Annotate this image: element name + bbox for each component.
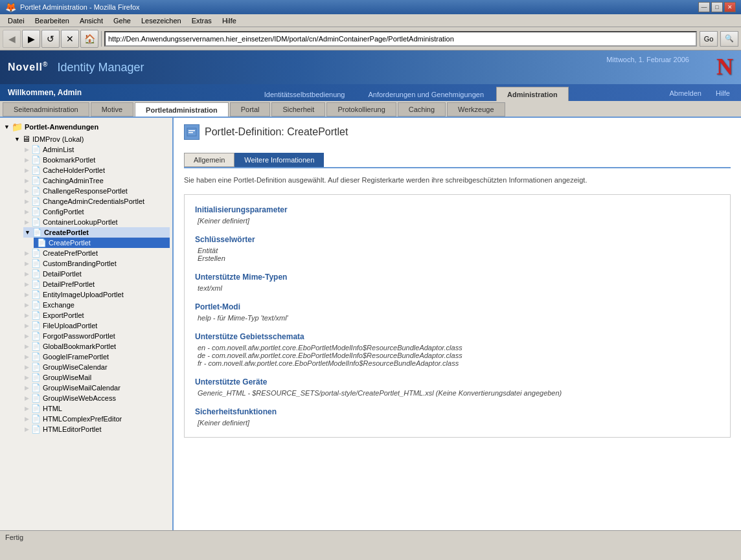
- tree-cacheholderportlet[interactable]: ▶ 📄 CacheHolderPortlet: [23, 165, 170, 175]
- menu-ansicht[interactable]: Ansicht: [74, 16, 108, 26]
- tree-googleiframe[interactable]: ▶ 📄 GoogleIFramePortlet: [23, 352, 170, 362]
- tree-bookmarkportlet[interactable]: ▶ 📄 BookmarkPortlet: [23, 155, 170, 165]
- adminlist-label: AdminList: [43, 146, 74, 153]
- forward-button[interactable]: ▶: [22, 30, 40, 48]
- main-nav: Identitätsselbstbedienung Anforderungen …: [155, 84, 666, 101]
- subtab-portal[interactable]: Portal: [230, 102, 271, 117]
- tree-changeadmin[interactable]: ▶ 📄 ChangeAdminCredentialsPortlet: [23, 196, 170, 207]
- tree-fileuploadportlet[interactable]: ▶ 📄 FileUploadPortlet: [23, 320, 170, 331]
- cacheholder-label: CacheHolderPortlet: [43, 166, 105, 174]
- tree-createportlet-child-container: 📄 CreatePortlet: [23, 238, 170, 248]
- tab-requests[interactable]: Anforderungen und Genehmigungen: [357, 87, 495, 101]
- googleiframe-icon: 📄: [31, 352, 41, 361]
- tree-groupwisemail[interactable]: ▶ 📄 GroupWiseMail: [23, 372, 170, 383]
- menu-datei[interactable]: Datei: [3, 16, 30, 26]
- googleiframe-toggle: ▶: [25, 353, 29, 360]
- inner-tab-more-info[interactable]: Weitere Informationen: [234, 153, 324, 167]
- close-button[interactable]: ✕: [724, 2, 736, 12]
- configportlet-label: ConfigPortlet: [43, 208, 84, 216]
- createportlet-child-icon: 📄: [37, 238, 47, 247]
- subtab-motives[interactable]: Motive: [91, 102, 133, 117]
- tree-containerlookup[interactable]: ▶ 📄 ContainerLookupPortlet: [23, 217, 170, 227]
- url-bar: [104, 31, 697, 47]
- go-button[interactable]: Go: [700, 31, 718, 47]
- subtab-portlet-admin[interactable]: Portletadministration: [135, 102, 229, 117]
- subtab-page-admin[interactable]: Seitenadministration: [3, 102, 89, 117]
- configportlet-icon: 📄: [31, 207, 41, 216]
- challenge-icon: 📄: [31, 186, 41, 196]
- tab-administration[interactable]: Administration: [496, 87, 569, 101]
- menu-bar: Datei Bearbeiten Ansicht Gehe Lesezeiche…: [0, 14, 741, 27]
- tree-globalbookmark[interactable]: ▶ 📄 GlobalBookmarkPortlet: [23, 341, 170, 352]
- maximize-button[interactable]: □: [711, 2, 723, 12]
- subtab-caching[interactable]: Caching: [398, 102, 446, 117]
- gwmail-label: GroupWiseMail: [43, 374, 91, 381]
- tree-groupwisecalendar[interactable]: ▶ 📄 GroupWiseCalendar: [23, 362, 170, 372]
- cachingtree-label: CachingAdminTree: [43, 177, 104, 185]
- status-text: Fertig: [5, 533, 23, 541]
- fileupload-label: FileUploadPortlet: [43, 322, 97, 330]
- back-button[interactable]: ◀: [3, 30, 21, 48]
- gwcalendar-icon: 📄: [31, 363, 41, 372]
- tree-createprefportlet[interactable]: ▶ 📄 CreatePrefPortlet: [23, 248, 170, 258]
- gwmailcal-toggle: ▶: [25, 385, 29, 391]
- subtab-logging[interactable]: Protokollierung: [326, 102, 396, 117]
- tree-detailprefportlet[interactable]: ▶ 📄 DetailPrefPortlet: [23, 279, 170, 289]
- tree-entityimageupload[interactable]: ▶ 📄 EntityImageUploadPortlet: [23, 289, 170, 300]
- tree-custombrandingportlet[interactable]: ▶ 📄 CustomBrandingPortlet: [23, 258, 170, 269]
- menu-bearbeiten[interactable]: Bearbeiten: [30, 16, 74, 26]
- stop-button[interactable]: ✕: [61, 30, 79, 48]
- tree-root[interactable]: ▼ 📁 Portlet-Anwendungen: [3, 120, 170, 133]
- htmleditor-icon: 📄: [31, 425, 41, 434]
- tab-help[interactable]: Hilfe: [712, 85, 733, 100]
- tree-detailportlet[interactable]: ▶ 📄 DetailPortlet: [23, 269, 170, 279]
- reload-button[interactable]: ↺: [41, 30, 60, 48]
- subtab-tools[interactable]: Werkzeuge: [447, 102, 505, 117]
- tree-exportportlet[interactable]: ▶ 📄 ExportPortlet: [23, 310, 170, 320]
- gwmail-toggle: ▶: [25, 374, 29, 381]
- tree-html[interactable]: ▶ 📄 HTML: [23, 403, 170, 414]
- menu-hilfe[interactable]: Hilfe: [217, 16, 242, 26]
- tree-configportlet[interactable]: ▶ 📄 ConfigPortlet: [23, 207, 170, 217]
- home-button[interactable]: 🏠: [80, 30, 98, 48]
- html-icon: 📄: [31, 404, 41, 413]
- tree-exchange[interactable]: ▶ 📄 Exchange: [23, 300, 170, 310]
- tree-idmprov[interactable]: ▼ 🖥 IDMProv (Lokal): [13, 133, 170, 144]
- idmprov-toggle: ▼: [14, 136, 20, 142]
- section-title-portlet-modes: Portlet-Modi: [195, 302, 720, 311]
- createpref-icon: 📄: [31, 249, 41, 258]
- menu-gehe[interactable]: Gehe: [108, 16, 136, 26]
- tree-groupwisemailcalendar[interactable]: ▶ 📄 GroupWiseMailCalendar: [23, 383, 170, 393]
- inner-tab-general[interactable]: Allgemein: [184, 153, 234, 167]
- html-label: HTML: [43, 405, 62, 412]
- section-title-geo-schemas: Unterstütze Gebietsschemata: [195, 332, 720, 341]
- tab-logout[interactable]: Abmelden: [666, 85, 705, 100]
- tree-htmlcomplexpref[interactable]: ▶ 📄 HTMLComplexPrefEditor: [23, 414, 170, 424]
- custombranding-label: CustomBrandingPortlet: [43, 260, 117, 267]
- tree-challengeresponse[interactable]: ▶ 📄 ChallengeResponsePortlet: [23, 186, 170, 196]
- search-button[interactable]: 🔍: [720, 31, 738, 47]
- entityimage-label: EntityImageUploadPortlet: [43, 291, 124, 298]
- cachingtree-toggle: ▶: [25, 177, 29, 184]
- exportportlet-icon: 📄: [31, 311, 41, 320]
- forgotpassword-label: ForgotPasswordPortlet: [43, 332, 115, 340]
- browser-titlebar: 🦊 Portlet Administration - Mozilla Firef…: [0, 0, 741, 14]
- tree-createportlet-parent[interactable]: ▼ 📄 CreatePortlet: [23, 227, 170, 238]
- tree-createportlet-child[interactable]: 📄 CreatePortlet: [34, 238, 170, 248]
- subtab-security[interactable]: Sicherheit: [271, 102, 325, 117]
- htmlcomplexpref-toggle: ▶: [25, 416, 29, 422]
- entityimage-icon: 📄: [31, 290, 41, 299]
- tree-htmleditorportlet[interactable]: ▶ 📄 HTMLEditorPortlet: [23, 424, 170, 434]
- tree-adminlist[interactable]: ▶ 📄 AdminList: [23, 144, 170, 155]
- url-input[interactable]: [108, 35, 693, 43]
- root-folder-icon: 📁: [12, 122, 23, 132]
- tab-self-service[interactable]: Identitätsselbstbedienung: [253, 87, 356, 101]
- tree-cachingtree[interactable]: ▶ 📄 CachingAdminTree: [23, 175, 170, 186]
- section-title-keywords: Schlüsselwörter: [195, 235, 720, 244]
- menu-extras[interactable]: Extras: [187, 16, 217, 26]
- tree-groupwisewebaccess[interactable]: ▶ 📄 GroupWiseWebAccess: [23, 393, 170, 403]
- minimize-button[interactable]: —: [698, 2, 710, 12]
- tree-forgotpassword[interactable]: ▶ 📄 ForgotPasswordPortlet: [23, 331, 170, 341]
- header-date: Mittwoch, 1. Februar 2006: [606, 56, 689, 63]
- menu-lesezeichen[interactable]: Lesezeichen: [136, 16, 187, 26]
